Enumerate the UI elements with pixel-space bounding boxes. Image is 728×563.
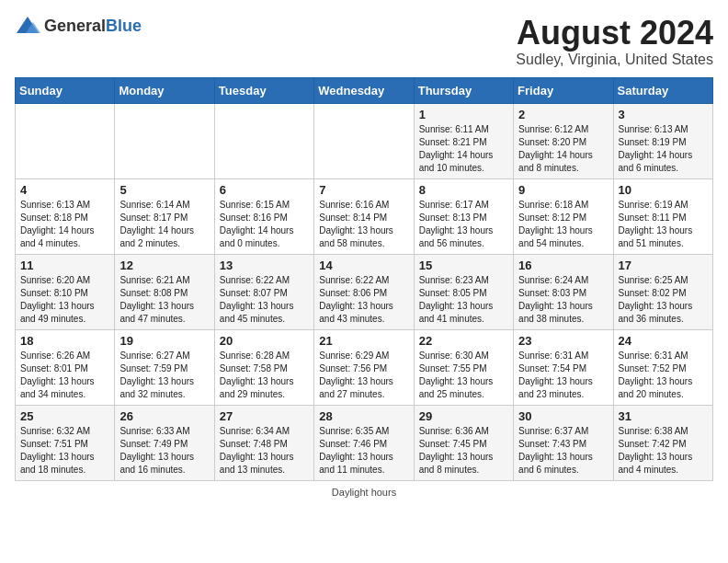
day-number: 15 <box>419 259 508 272</box>
day-number: 31 <box>619 409 708 423</box>
day-number: 29 <box>419 409 508 423</box>
calendar-cell <box>214 103 313 178</box>
calendar-cell: 30Sunrise: 6:37 AM Sunset: 7:43 PM Dayli… <box>514 405 613 480</box>
day-number: 22 <box>419 334 508 348</box>
day-info: Sunrise: 6:27 AM Sunset: 7:59 PM Dayligh… <box>119 350 209 401</box>
day-number: 26 <box>119 409 209 423</box>
calendar-cell: 27Sunrise: 6:34 AM Sunset: 7:48 PM Dayli… <box>214 405 313 480</box>
calendar-cell: 23Sunrise: 6:31 AM Sunset: 7:54 PM Dayli… <box>514 329 613 405</box>
calendar-cell: 5Sunrise: 6:14 AM Sunset: 8:17 PM Daylig… <box>115 178 214 254</box>
day-info: Sunrise: 6:30 AM Sunset: 7:55 PM Dayligh… <box>419 350 508 401</box>
day-number: 1 <box>419 108 508 121</box>
day-info: Sunrise: 6:34 AM Sunset: 7:48 PM Dayligh… <box>220 425 309 477</box>
title-area: August 2024 Sudley, Virginia, United Sta… <box>516 15 713 68</box>
calendar-cell <box>115 103 214 178</box>
dow-header-friday: Friday <box>514 77 613 103</box>
calendar-cell <box>314 103 414 178</box>
day-number: 25 <box>20 409 109 423</box>
day-number: 6 <box>220 183 309 197</box>
calendar-cell: 17Sunrise: 6:25 AM Sunset: 8:02 PM Dayli… <box>613 254 712 329</box>
dow-header-saturday: Saturday <box>613 77 712 103</box>
calendar-cell: 12Sunrise: 6:21 AM Sunset: 8:08 PM Dayli… <box>115 254 214 329</box>
day-info: Sunrise: 6:28 AM Sunset: 7:58 PM Dayligh… <box>220 350 309 401</box>
dow-header-wednesday: Wednesday <box>314 77 414 103</box>
calendar-cell: 16Sunrise: 6:24 AM Sunset: 8:03 PM Dayli… <box>514 254 613 329</box>
calendar-cell: 14Sunrise: 6:22 AM Sunset: 8:06 PM Dayli… <box>314 254 414 329</box>
day-number: 8 <box>419 183 508 197</box>
day-info: Sunrise: 6:13 AM Sunset: 8:19 PM Dayligh… <box>619 123 708 175</box>
calendar-table: SundayMondayTuesdayWednesdayThursdayFrid… <box>15 77 713 481</box>
footer-note: Daylight hours <box>15 487 713 498</box>
calendar-cell: 29Sunrise: 6:36 AM Sunset: 7:45 PM Dayli… <box>414 405 513 480</box>
day-number: 24 <box>619 334 708 348</box>
day-number: 7 <box>319 183 408 197</box>
day-info: Sunrise: 6:23 AM Sunset: 8:05 PM Dayligh… <box>419 274 508 326</box>
calendar-cell: 25Sunrise: 6:32 AM Sunset: 7:51 PM Dayli… <box>16 405 115 480</box>
day-number: 5 <box>119 183 209 197</box>
calendar-cell <box>16 103 115 178</box>
calendar-cell: 24Sunrise: 6:31 AM Sunset: 7:52 PM Dayli… <box>613 329 712 405</box>
calendar-cell: 21Sunrise: 6:29 AM Sunset: 7:56 PM Dayli… <box>314 329 414 405</box>
day-info: Sunrise: 6:26 AM Sunset: 8:01 PM Dayligh… <box>20 350 109 401</box>
calendar-cell: 2Sunrise: 6:12 AM Sunset: 8:20 PM Daylig… <box>514 103 613 178</box>
day-number: 12 <box>119 259 209 272</box>
day-info: Sunrise: 6:22 AM Sunset: 8:07 PM Dayligh… <box>220 274 309 326</box>
calendar-cell: 6Sunrise: 6:15 AM Sunset: 8:16 PM Daylig… <box>214 178 313 254</box>
day-info: Sunrise: 6:38 AM Sunset: 7:42 PM Dayligh… <box>619 425 708 477</box>
day-info: Sunrise: 6:19 AM Sunset: 8:11 PM Dayligh… <box>619 199 708 250</box>
day-info: Sunrise: 6:35 AM Sunset: 7:46 PM Dayligh… <box>319 425 408 477</box>
day-info: Sunrise: 6:25 AM Sunset: 8:02 PM Dayligh… <box>619 274 708 326</box>
calendar-cell: 3Sunrise: 6:13 AM Sunset: 8:19 PM Daylig… <box>613 103 712 178</box>
day-info: Sunrise: 6:33 AM Sunset: 7:49 PM Dayligh… <box>119 425 209 477</box>
day-number: 13 <box>220 259 309 272</box>
calendar-cell: 4Sunrise: 6:13 AM Sunset: 8:18 PM Daylig… <box>16 178 115 254</box>
location-title: Sudley, Virginia, United States <box>516 52 713 68</box>
logo: GeneralBlue <box>15 15 142 37</box>
day-info: Sunrise: 6:21 AM Sunset: 8:08 PM Dayligh… <box>119 274 209 326</box>
day-number: 17 <box>619 259 708 272</box>
day-info: Sunrise: 6:37 AM Sunset: 7:43 PM Dayligh… <box>518 425 608 477</box>
day-info: Sunrise: 6:15 AM Sunset: 8:16 PM Dayligh… <box>220 199 309 250</box>
calendar-cell: 7Sunrise: 6:16 AM Sunset: 8:14 PM Daylig… <box>314 178 414 254</box>
day-info: Sunrise: 6:36 AM Sunset: 7:45 PM Dayligh… <box>419 425 508 477</box>
day-number: 3 <box>619 108 708 121</box>
day-info: Sunrise: 6:14 AM Sunset: 8:17 PM Dayligh… <box>119 199 209 250</box>
calendar-cell: 11Sunrise: 6:20 AM Sunset: 8:10 PM Dayli… <box>16 254 115 329</box>
day-info: Sunrise: 6:24 AM Sunset: 8:03 PM Dayligh… <box>518 274 608 326</box>
calendar-cell: 31Sunrise: 6:38 AM Sunset: 7:42 PM Dayli… <box>613 405 712 480</box>
day-number: 23 <box>518 334 608 348</box>
day-number: 27 <box>220 409 309 423</box>
calendar-cell: 15Sunrise: 6:23 AM Sunset: 8:05 PM Dayli… <box>414 254 513 329</box>
day-info: Sunrise: 6:20 AM Sunset: 8:10 PM Dayligh… <box>20 274 109 326</box>
month-title: August 2024 <box>516 15 713 52</box>
day-number: 19 <box>119 334 209 348</box>
day-number: 14 <box>319 259 408 272</box>
day-number: 30 <box>518 409 608 423</box>
dow-header-sunday: Sunday <box>16 77 115 103</box>
calendar-cell: 9Sunrise: 6:18 AM Sunset: 8:12 PM Daylig… <box>514 178 613 254</box>
calendar-cell: 18Sunrise: 6:26 AM Sunset: 8:01 PM Dayli… <box>16 329 115 405</box>
calendar-cell: 20Sunrise: 6:28 AM Sunset: 7:58 PM Dayli… <box>214 329 313 405</box>
daylight-label: Daylight hours <box>332 487 396 498</box>
calendar-cell: 19Sunrise: 6:27 AM Sunset: 7:59 PM Dayli… <box>115 329 214 405</box>
day-info: Sunrise: 6:29 AM Sunset: 7:56 PM Dayligh… <box>319 350 408 401</box>
day-info: Sunrise: 6:31 AM Sunset: 7:52 PM Dayligh… <box>619 350 708 401</box>
day-info: Sunrise: 6:22 AM Sunset: 8:06 PM Dayligh… <box>319 274 408 326</box>
calendar-cell: 22Sunrise: 6:30 AM Sunset: 7:55 PM Dayli… <box>414 329 513 405</box>
day-number: 11 <box>20 259 109 272</box>
day-info: Sunrise: 6:11 AM Sunset: 8:21 PM Dayligh… <box>419 123 508 175</box>
dow-header-tuesday: Tuesday <box>214 77 313 103</box>
dow-header-thursday: Thursday <box>414 77 513 103</box>
day-info: Sunrise: 6:16 AM Sunset: 8:14 PM Dayligh… <box>319 199 408 250</box>
day-number: 2 <box>518 108 608 121</box>
day-info: Sunrise: 6:32 AM Sunset: 7:51 PM Dayligh… <box>20 425 109 477</box>
day-number: 21 <box>319 334 408 348</box>
calendar-cell: 13Sunrise: 6:22 AM Sunset: 8:07 PM Dayli… <box>214 254 313 329</box>
calendar-cell: 8Sunrise: 6:17 AM Sunset: 8:13 PM Daylig… <box>414 178 513 254</box>
calendar-cell: 10Sunrise: 6:19 AM Sunset: 8:11 PM Dayli… <box>613 178 712 254</box>
day-number: 9 <box>518 183 608 197</box>
day-info: Sunrise: 6:12 AM Sunset: 8:20 PM Dayligh… <box>518 123 608 175</box>
day-number: 20 <box>220 334 309 348</box>
day-info: Sunrise: 6:13 AM Sunset: 8:18 PM Dayligh… <box>20 199 109 250</box>
day-number: 10 <box>619 183 708 197</box>
